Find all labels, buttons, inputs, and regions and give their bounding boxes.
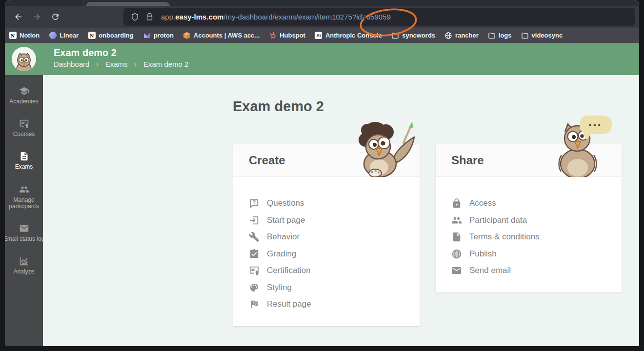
item-label: Publish (469, 249, 497, 259)
bookmark-label: rancher (455, 32, 479, 39)
forward-button[interactable] (29, 10, 44, 24)
item-label: Behavior (267, 232, 300, 242)
folder-icon (521, 32, 529, 39)
certificate-icon (19, 118, 29, 129)
bookmark-onboarding[interactable]: Nonboarding (88, 32, 134, 39)
people-icon (451, 215, 462, 226)
folder-icon (488, 32, 496, 39)
sidebar-item-email-status-log[interactable]: Email status log (5, 223, 43, 242)
share-item-send-email[interactable]: Send email (451, 262, 622, 279)
ellipsis-dots: ••• (589, 121, 603, 129)
finish-flag-icon (249, 299, 260, 310)
main-content: Exam demo 2 (43, 75, 639, 346)
create-item-result-page[interactable]: Result page (249, 296, 420, 313)
wrench-icon (249, 232, 260, 242)
question-bubble-icon: ? (249, 198, 260, 209)
url-prefix: app. (161, 13, 175, 21)
chevron-right-icon: › (135, 60, 137, 68)
item-label: Start page (267, 215, 305, 225)
aws-cube-icon (183, 32, 191, 39)
envelope-icon (19, 223, 29, 234)
sidebar-item-analyze[interactable]: Analyze (5, 256, 43, 275)
share-card-header: Share (436, 144, 622, 177)
bookmark-label: proton (154, 32, 174, 39)
bookmark-label: Hubspot (280, 32, 305, 39)
bookmark-label: videosync (532, 32, 563, 39)
item-label: Grading (267, 249, 296, 259)
linear-icon (49, 32, 57, 39)
sidebar-item-label: Courses (13, 131, 35, 137)
sidebar-item-exams[interactable]: Exams (5, 151, 43, 170)
share-item-publish[interactable]: Publish (451, 246, 622, 263)
breadcrumb-exams[interactable]: Exams (105, 60, 128, 68)
url-domain: easy-lms.com (175, 13, 223, 21)
bookmark-aws-accounts[interactable]: Accounts | AWS acc... (183, 32, 260, 39)
bookmark-notion[interactable]: NNotion (9, 32, 40, 39)
bookmark-syncwords[interactable]: syncwords (391, 32, 435, 39)
bookmark-label: Accounts | AWS acc... (194, 32, 260, 39)
back-arrow-icon (14, 12, 23, 21)
create-card-list: ? Questions Start page Behavior Grading (233, 177, 420, 313)
sidebar-item-academies[interactable]: Academies (5, 86, 43, 105)
breadcrumb-current: Exam demo 2 (143, 60, 189, 68)
enter-page-icon (249, 215, 260, 226)
globe-icon (444, 32, 452, 39)
bookmark-anthropic-console[interactable]: A\Anthropic Console (315, 32, 382, 39)
app-sidebar: Academies Courses Exams Manage participa… (5, 43, 43, 346)
back-button[interactable] (11, 10, 25, 24)
reload-icon (51, 12, 60, 21)
tracking-shield-icon[interactable] (131, 13, 139, 21)
share-card-list: Access Participant data Terms & conditio… (436, 177, 622, 279)
browser-window: app.easy-lms.com/my-dashboard/exams/exam… (5, 0, 639, 346)
forward-arrow-icon (32, 12, 41, 21)
bookmark-rancher[interactable]: rancher (444, 32, 479, 39)
bookmark-videosync[interactable]: videosync (521, 32, 563, 39)
notion-icon: N (88, 32, 96, 39)
globe-icon (451, 249, 462, 259)
sidebar-nav: Academies Courses Exams Manage participa… (5, 75, 43, 289)
bookmark-label: logs (499, 32, 512, 39)
folder-icon (391, 32, 399, 39)
lock-icon (451, 198, 462, 209)
tab-strip (5, 0, 639, 6)
item-label: Participant data (469, 215, 527, 225)
url-bar[interactable]: app.easy-lms.com/my-dashboard/exams/exam… (123, 8, 635, 26)
share-item-access[interactable]: Access (451, 195, 622, 212)
item-label: Terms & conditions (469, 232, 540, 242)
clipboard-check-icon (249, 249, 260, 259)
create-item-certification[interactable]: Certification (249, 262, 420, 279)
create-item-start-page[interactable]: Start page (249, 212, 420, 229)
reload-button[interactable] (48, 10, 62, 24)
bookmark-label: syncwords (402, 32, 435, 39)
document-icon (451, 232, 462, 242)
sidebar-item-manage-participants[interactable]: Manage participants (5, 184, 43, 210)
create-item-grading[interactable]: Grading (249, 246, 420, 263)
share-card: Share Access Participant data Terms & co… (436, 144, 622, 292)
avatar[interactable] (12, 47, 36, 71)
bookmark-label: Notion (20, 32, 40, 39)
document-icon (19, 151, 29, 161)
bookmark-proton[interactable]: proton (143, 32, 174, 39)
sidebar-item-courses[interactable]: Courses (5, 118, 43, 137)
create-item-behavior[interactable]: Behavior (249, 229, 420, 246)
palette-icon (249, 282, 260, 293)
bookmark-label: Anthropic Console (325, 32, 382, 39)
bookmark-linear[interactable]: Linear (49, 32, 79, 39)
page-title: Exam demo 2 (233, 98, 324, 115)
breadcrumb-dashboard[interactable]: Dashboard (54, 60, 89, 68)
bookmark-hubspot[interactable]: Hubspot (269, 32, 305, 39)
speech-bubble: ••• (580, 116, 612, 134)
card-title: Create (249, 154, 285, 167)
bookmark-logs[interactable]: logs (488, 32, 512, 39)
share-item-participant-data[interactable]: Participant data (451, 212, 622, 229)
share-item-terms-conditions[interactable]: Terms & conditions (451, 229, 622, 246)
item-label: Questions (267, 198, 304, 208)
page-header: Exam demo 2 Dashboard › Exams › Exam dem… (43, 43, 639, 75)
header-title: Exam demo 2 (54, 47, 639, 58)
profile-block (5, 43, 43, 75)
create-item-styling[interactable]: Styling (249, 279, 420, 296)
graduation-cap-icon (19, 86, 29, 96)
url-text[interactable]: app.easy-lms.com/my-dashboard/exams/exam… (161, 13, 391, 21)
https-lock-icon[interactable] (145, 13, 154, 21)
create-item-questions[interactable]: ? Questions (249, 195, 420, 212)
